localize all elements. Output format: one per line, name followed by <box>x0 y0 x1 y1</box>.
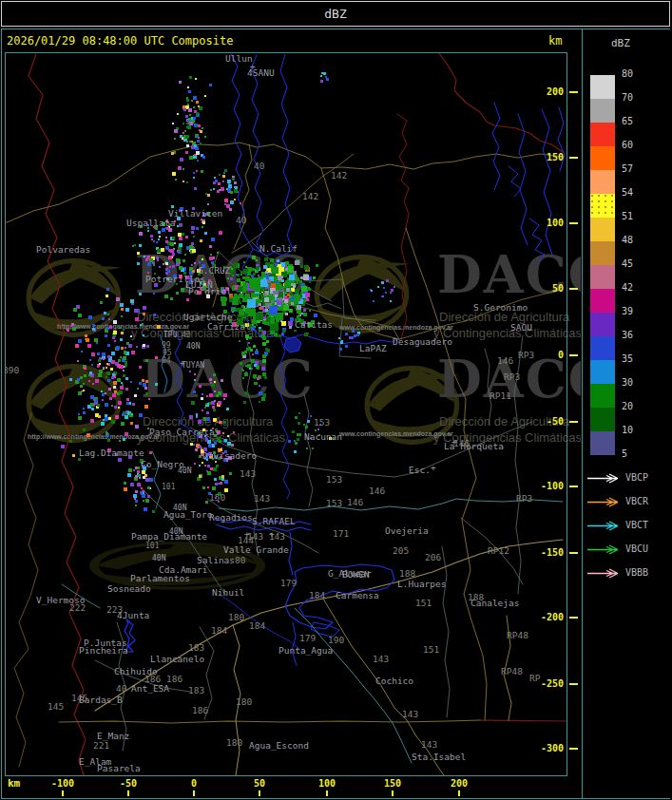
radar-echo <box>156 241 158 243</box>
place-label: Carrizal <box>207 321 251 332</box>
legend-segment <box>590 265 615 289</box>
radar-echo <box>186 97 188 99</box>
radar-echo <box>193 117 196 120</box>
radar-echo <box>263 316 266 319</box>
radar-echo <box>144 507 147 511</box>
radar-echo <box>86 338 89 342</box>
radar-echo <box>288 321 293 326</box>
radar-echo <box>80 376 83 379</box>
radar-echo <box>109 326 112 329</box>
radar-echo <box>123 370 125 371</box>
radar-echo <box>109 397 112 400</box>
place-label: TPU <box>163 331 178 339</box>
radar-echo <box>114 340 116 342</box>
radar-echo <box>259 329 261 331</box>
route-label: RP48 <box>501 666 523 676</box>
place-label: Agua_Toro <box>163 509 213 520</box>
radar-echo <box>385 292 387 294</box>
radar-echo <box>193 247 195 249</box>
radar-echo <box>142 379 144 382</box>
radar-echo <box>157 259 159 261</box>
timestamp-label: 2026/01/29 08:48:00 UTC Composite <box>7 34 233 48</box>
radar-echo <box>84 374 86 377</box>
route-label: 101 <box>145 542 160 550</box>
x-axis-label: -50 <box>120 778 137 789</box>
radar-echo <box>121 382 123 384</box>
legend-segment <box>590 241 615 265</box>
radar-echo <box>314 314 317 317</box>
radar-echo <box>78 416 82 420</box>
route-label: 143 <box>240 468 256 479</box>
place-label: Villavicen <box>168 208 222 219</box>
legend-value-label: 57 <box>622 163 650 174</box>
radar-echo <box>236 308 240 312</box>
radar-echo <box>77 360 79 362</box>
legend-value-label: 54 <box>622 187 650 198</box>
radar-echo <box>172 123 174 124</box>
radar-echo <box>354 334 356 337</box>
radar-echo <box>213 409 216 411</box>
radar-echo <box>233 263 238 268</box>
route-label: 153 <box>326 474 342 485</box>
radar-echo <box>226 188 228 190</box>
radar-echo <box>282 330 285 333</box>
radar-echo <box>198 105 200 107</box>
place-label: S.Geronimo <box>473 302 528 313</box>
radar-echo <box>218 483 220 485</box>
radar-echo <box>206 417 210 421</box>
radar-echo <box>224 439 227 442</box>
radar-echo <box>194 373 196 375</box>
radar-echo <box>145 258 148 261</box>
radar-echo <box>326 78 329 81</box>
radar-echo <box>193 106 195 108</box>
radar-echo <box>222 175 225 178</box>
radar-echo <box>155 383 158 386</box>
radar-echo <box>102 317 105 320</box>
route-label: 142 <box>331 170 347 181</box>
radar-echo <box>106 367 107 369</box>
radar-echo <box>251 368 253 370</box>
radar-echo <box>118 407 120 409</box>
radar-echo <box>105 392 106 394</box>
radar-echo <box>377 286 379 288</box>
radar-echo <box>102 352 106 356</box>
radar-echo <box>221 475 224 478</box>
radar-echo <box>240 274 242 276</box>
place-label: Bardas_B <box>79 695 123 705</box>
route-label: 184 <box>211 625 227 636</box>
vbct-arrow-icon <box>586 520 623 532</box>
radar-echo <box>161 248 164 252</box>
radar-echo <box>247 272 251 276</box>
radar-echo <box>305 293 310 297</box>
radar-echo <box>253 345 256 348</box>
radar-echo <box>61 445 65 448</box>
radar-echo <box>193 390 196 393</box>
place-label: + <box>180 357 185 368</box>
radar-echo <box>113 320 117 324</box>
radar-echo <box>199 261 201 263</box>
radar-echo <box>239 340 240 342</box>
radar-echo <box>77 378 80 381</box>
radar-echo <box>251 359 255 363</box>
radar-echo <box>85 334 87 337</box>
radar-echo <box>120 356 122 358</box>
radar-echo <box>101 422 105 426</box>
place-label: Divisadero <box>202 450 257 461</box>
radar-echo <box>265 309 268 312</box>
radar-echo <box>91 408 94 410</box>
radar-echo <box>143 476 145 479</box>
radar-echo <box>248 342 250 344</box>
legend-segment <box>590 75 615 99</box>
radar-map: DACCDirección de Agriculturay Contingenc… <box>5 52 581 797</box>
radar-echo <box>313 276 316 279</box>
radar-echo <box>230 191 233 194</box>
radar-echo <box>171 152 174 155</box>
legend-value-label: 45 <box>622 258 650 269</box>
radar-echo <box>162 228 165 232</box>
radar-echo <box>144 387 147 390</box>
radar-echo <box>254 364 257 367</box>
route-label: 171 <box>333 528 349 539</box>
radar-echo <box>199 385 202 388</box>
radar-echo <box>297 315 299 318</box>
radar-echo <box>193 444 195 446</box>
